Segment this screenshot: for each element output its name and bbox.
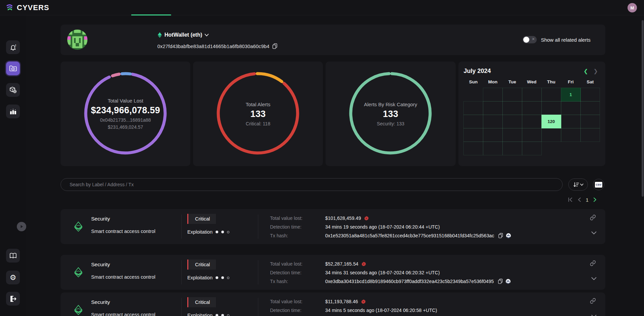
- tx-hash-value: 0xe3dba30431bcd1d8b9189460cb973ff0addf33…: [325, 279, 511, 284]
- sidebar-item-docs[interactable]: [6, 249, 20, 263]
- link-icon[interactable]: [590, 260, 596, 266]
- calendar-day-cell[interactable]: [463, 101, 483, 115]
- calendar-day-cell[interactable]: [463, 128, 483, 142]
- user-avatar[interactable]: M: [628, 3, 637, 12]
- sort-icon: [573, 182, 579, 188]
- calendar-day-cell[interactable]: [483, 128, 503, 142]
- search-input[interactable]: [61, 178, 563, 191]
- calendar-day-cell[interactable]: [483, 115, 503, 128]
- calendar-day-cell[interactable]: [502, 128, 522, 142]
- copy-icon[interactable]: [498, 233, 503, 238]
- phase-dot-filled: [221, 314, 224, 316]
- expand-chevron-icon[interactable]: [591, 231, 597, 235]
- brand-logo[interactable]: CYVERS: [0, 3, 49, 12]
- alert-row[interactable]: Security Smart contract access control C…: [61, 292, 605, 316]
- calendar-weekday-label: Mon: [483, 79, 502, 84]
- calendar-day-cell[interactable]: 120: [541, 115, 561, 128]
- link-icon[interactable]: [590, 214, 596, 221]
- sidebar-item-monitoring[interactable]: [6, 62, 20, 75]
- etherscan-icon[interactable]: [505, 279, 511, 284]
- alert-category: Security: [91, 299, 110, 305]
- link-icon[interactable]: [590, 298, 596, 304]
- chevron-down-icon: [204, 34, 209, 37]
- loss-burst-icon: [364, 216, 369, 221]
- sort-button[interactable]: [568, 179, 588, 191]
- calendar-day-cell[interactable]: [541, 88, 561, 102]
- tx-hash-label: Tx hash:: [270, 279, 325, 284]
- calendar-day-cell[interactable]: [502, 115, 522, 128]
- expand-chevron-icon[interactable]: [591, 277, 597, 280]
- calendar-day-cell[interactable]: [522, 101, 542, 115]
- calendar-day-cell[interactable]: [483, 101, 503, 115]
- show-related-alerts-toggle[interactable]: ✕: [523, 36, 537, 43]
- alert-row[interactable]: Security Smart contract access control C…: [61, 255, 605, 290]
- calendar-day-cell[interactable]: [522, 88, 542, 102]
- calendar-day-cell[interactable]: [580, 88, 600, 102]
- donut-sub-critical: Critical: 118: [246, 121, 270, 126]
- calendar-day-cell[interactable]: [561, 115, 581, 128]
- calendar-day-cell[interactable]: 1: [561, 88, 581, 102]
- sidebar-expand-button[interactable]: [17, 222, 26, 231]
- pagination: 1: [61, 196, 605, 203]
- wallet-selector[interactable]: HotWallet (eth): [157, 32, 209, 38]
- calendar-day-cell[interactable]: [502, 142, 522, 155]
- calendar-weekday-label: Thu: [541, 79, 561, 84]
- current-page-number[interactable]: 1: [586, 197, 589, 203]
- etherscan-icon[interactable]: [506, 233, 511, 238]
- calendar-day-cell[interactable]: [522, 115, 542, 128]
- calendar-day-cell[interactable]: [541, 128, 561, 142]
- donut-title: Total Alerts: [246, 102, 270, 107]
- detection-time-value: 34 mins 5 seconds ago (18-07-2024 06:20:…: [325, 308, 437, 313]
- loss-burst-icon: [361, 299, 366, 304]
- calendar-day-cell[interactable]: [580, 128, 600, 142]
- calendar-month-title: July 2024: [464, 68, 491, 75]
- calendar-day-cell[interactable]: [483, 88, 503, 102]
- chevron-right-icon: [593, 197, 597, 202]
- calendar-weekday-row: SunMonTueWedThuFriSat: [464, 79, 600, 84]
- calendar-heatmap-card: July 2024 ❮ ❯ SunMonTueWedThuFriSat 1120: [458, 62, 605, 166]
- sidebar-item-alerts[interactable]: !: [6, 40, 20, 54]
- calendar-day-cell[interactable]: [580, 101, 600, 115]
- total-value-lost-value: $11,193,788.46: [325, 299, 366, 304]
- sidebar-item-ranking[interactable]: [6, 105, 20, 118]
- donut-value: $234,966,078.59: [91, 105, 160, 116]
- cyvers-logo-icon: [5, 3, 14, 12]
- phase-dot-filled: [221, 276, 224, 279]
- severity-badge: Critical: [187, 297, 216, 307]
- phase-dot-filled: [216, 314, 218, 316]
- calendar-day-cell[interactable]: [502, 101, 522, 115]
- scrollbar-thumb[interactable]: [642, 20, 644, 197]
- detection-time-label: Detection time:: [270, 270, 325, 275]
- export-csv-button[interactable]: CSV: [593, 179, 604, 190]
- expand-chevron-icon[interactable]: [591, 315, 597, 316]
- calendar-day-cell[interactable]: [580, 115, 600, 128]
- calendar-day-cell[interactable]: [541, 101, 561, 115]
- calendar-weekday-label: Fri: [561, 79, 580, 84]
- calendar-day-cell[interactable]: [463, 115, 483, 128]
- calendar-day-cell[interactable]: [463, 142, 483, 155]
- calendar-day-cell[interactable]: [561, 101, 581, 115]
- calendar-day-cell[interactable]: [522, 128, 542, 142]
- sidebar-item-logout[interactable]: [6, 292, 20, 306]
- copy-icon[interactable]: [272, 43, 277, 49]
- sidebar-item-assets[interactable]: [6, 83, 20, 97]
- sidebar-item-settings[interactable]: ⚙: [6, 271, 20, 284]
- prev-page-button[interactable]: [578, 197, 581, 202]
- total-alerts-card: Total Alerts 133 Critical: 118: [193, 62, 323, 166]
- donut-value: 133: [250, 109, 266, 119]
- first-page-button[interactable]: [568, 197, 573, 202]
- alert-category: Security: [91, 262, 110, 268]
- donut-title: Total Value Lost: [108, 98, 143, 104]
- copy-icon[interactable]: [498, 279, 503, 284]
- total-value-lost-label: Total value lost:: [270, 299, 325, 304]
- calendar-day-cell[interactable]: [561, 128, 581, 142]
- calendar-prev-button[interactable]: ❮: [583, 68, 588, 74]
- calendar-day-cell[interactable]: [483, 142, 503, 155]
- calendar-next-button[interactable]: ❯: [594, 68, 598, 74]
- calendar-day-cell[interactable]: [502, 88, 522, 102]
- next-page-button[interactable]: [593, 197, 597, 202]
- calendar-weekday-label: Tue: [502, 79, 522, 84]
- calendar-day-cell[interactable]: [522, 142, 542, 155]
- csv-file-icon: CSV: [595, 182, 602, 188]
- alert-row[interactable]: Security Smart contract access control C…: [61, 209, 605, 244]
